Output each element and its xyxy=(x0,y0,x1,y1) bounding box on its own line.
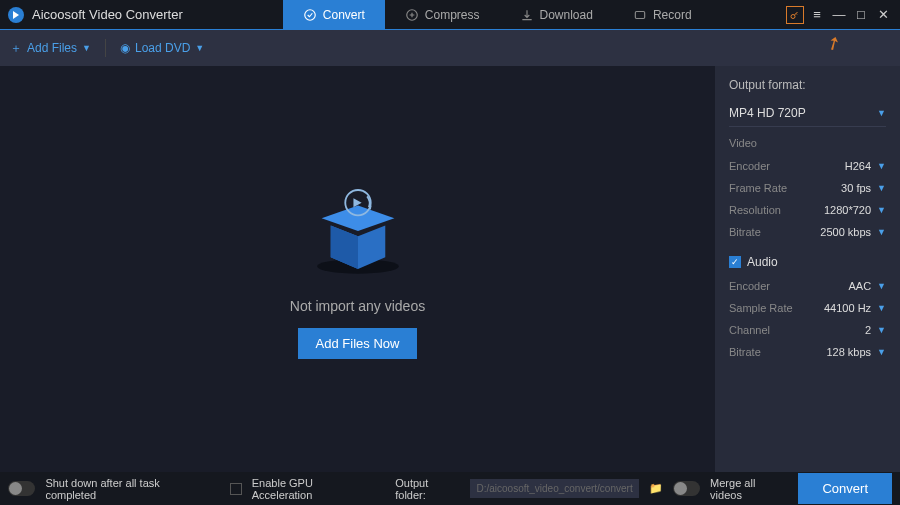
plus-icon: ＋ xyxy=(10,40,22,57)
gpu-checkbox[interactable] xyxy=(230,483,242,495)
chevron-down-icon: ▼ xyxy=(877,183,886,193)
footer: Shut down after all task completed Enabl… xyxy=(0,472,900,505)
video-section-title: Video xyxy=(729,137,886,149)
load-dvd-label: Load DVD xyxy=(135,41,190,55)
download-icon xyxy=(520,8,534,22)
video-encoder-select[interactable]: H264▼ xyxy=(845,160,886,172)
tab-compress[interactable]: Compress xyxy=(385,0,500,30)
audio-bitrate-label: Bitrate xyxy=(729,346,761,358)
main-tabs: Convert Compress Download Record xyxy=(283,0,712,30)
audio-encoder-label: Encoder xyxy=(729,280,770,292)
output-sidebar: Output format: MP4 HD 720P ▼ Video Encod… xyxy=(715,66,900,472)
audio-section-header: ✓ Audio xyxy=(729,255,886,269)
folder-browse-icon[interactable]: 📁 xyxy=(649,482,663,495)
add-files-label: Add Files xyxy=(27,41,77,55)
chevron-down-icon: ▼ xyxy=(877,108,886,118)
empty-state: Not import any videos Add Files Now xyxy=(0,66,715,472)
app-title: Aicoosoft Video Converter xyxy=(32,7,183,22)
record-icon xyxy=(633,8,647,22)
video-encoder-row: Encoder H264▼ xyxy=(729,155,886,177)
window-controls: ≡ — □ ✕ xyxy=(786,6,900,24)
audio-channel-label: Channel xyxy=(729,324,770,336)
output-folder-input[interactable]: D:/aicoosoft_video_convert/convert xyxy=(470,479,638,498)
chevron-down-icon: ▼ xyxy=(877,227,886,237)
audio-samplerate-row: Sample Rate 44100 Hz▼ xyxy=(729,297,886,319)
tab-record-label: Record xyxy=(653,8,692,22)
merge-label: Merge all videos xyxy=(710,477,788,501)
divider xyxy=(105,39,106,57)
video-bitrate-select[interactable]: 2500 kbps▼ xyxy=(820,226,886,238)
audio-samplerate-label: Sample Rate xyxy=(729,302,793,314)
chevron-down-icon: ▼ xyxy=(877,205,886,215)
empty-box-icon xyxy=(303,180,413,280)
video-framerate-select[interactable]: 30 fps▼ xyxy=(841,182,886,194)
audio-checkbox[interactable]: ✓ xyxy=(729,256,741,268)
menu-button[interactable]: ≡ xyxy=(808,6,826,24)
svg-point-3 xyxy=(791,14,795,18)
close-button[interactable]: ✕ xyxy=(874,6,892,24)
chevron-down-icon: ▼ xyxy=(877,303,886,313)
video-encoder-label: Encoder xyxy=(729,160,770,172)
video-framerate-row: Frame Rate 30 fps▼ xyxy=(729,177,886,199)
settings-button[interactable] xyxy=(786,6,804,24)
chevron-down-icon: ▼ xyxy=(195,43,204,53)
main-area: Not import any videos Add Files Now Outp… xyxy=(0,66,900,472)
audio-encoder-row: Encoder AAC▼ xyxy=(729,275,886,297)
empty-message: Not import any videos xyxy=(290,298,425,314)
merge-toggle[interactable] xyxy=(673,481,700,496)
chevron-down-icon: ▼ xyxy=(877,325,886,335)
gpu-label: Enable GPU Acceleration xyxy=(252,477,373,501)
output-folder-label: Output folder: xyxy=(395,477,460,501)
tab-download[interactable]: Download xyxy=(500,0,613,30)
tab-convert-label: Convert xyxy=(323,8,365,22)
chevron-down-icon: ▼ xyxy=(877,347,886,357)
audio-encoder-select[interactable]: AAC▼ xyxy=(848,280,886,292)
format-selector[interactable]: MP4 HD 720P ▼ xyxy=(729,100,886,127)
audio-channel-select[interactable]: 2▼ xyxy=(865,324,886,336)
disc-icon: ◉ xyxy=(120,41,130,55)
compress-icon xyxy=(405,8,419,22)
svg-point-0 xyxy=(305,9,316,20)
video-framerate-label: Frame Rate xyxy=(729,182,787,194)
convert-button[interactable]: Convert xyxy=(798,473,892,504)
tab-record[interactable]: Record xyxy=(613,0,712,30)
format-value: MP4 HD 720P xyxy=(729,106,806,120)
chevron-down-icon: ▼ xyxy=(877,281,886,291)
tab-download-label: Download xyxy=(540,8,593,22)
shutdown-label: Shut down after all task completed xyxy=(45,477,210,501)
video-resolution-select[interactable]: 1280*720▼ xyxy=(824,204,886,216)
svg-rect-2 xyxy=(635,11,644,18)
shutdown-toggle[interactable] xyxy=(8,481,35,496)
load-dvd-button[interactable]: ◉ Load DVD ▼ xyxy=(120,41,204,55)
key-icon xyxy=(789,9,801,21)
output-format-label: Output format: xyxy=(729,78,886,92)
minimize-button[interactable]: — xyxy=(830,6,848,24)
titlebar: Aicoosoft Video Converter Convert Compre… xyxy=(0,0,900,30)
video-bitrate-row: Bitrate 2500 kbps▼ xyxy=(729,221,886,243)
tab-compress-label: Compress xyxy=(425,8,480,22)
video-bitrate-label: Bitrate xyxy=(729,226,761,238)
audio-section-title: Audio xyxy=(747,255,778,269)
video-resolution-label: Resolution xyxy=(729,204,781,216)
convert-icon xyxy=(303,8,317,22)
video-resolution-row: Resolution 1280*720▼ xyxy=(729,199,886,221)
add-files-now-button[interactable]: Add Files Now xyxy=(298,328,418,359)
audio-bitrate-row: Bitrate 128 kbps▼ xyxy=(729,341,886,363)
chevron-down-icon: ▼ xyxy=(82,43,91,53)
app-logo-icon xyxy=(8,7,24,23)
audio-bitrate-select[interactable]: 128 kbps▼ xyxy=(826,346,886,358)
toolbar: ＋ Add Files ▼ ◉ Load DVD ▼ xyxy=(0,30,900,66)
tab-convert[interactable]: Convert xyxy=(283,0,385,30)
maximize-button[interactable]: □ xyxy=(852,6,870,24)
audio-samplerate-select[interactable]: 44100 Hz▼ xyxy=(824,302,886,314)
audio-channel-row: Channel 2▼ xyxy=(729,319,886,341)
chevron-down-icon: ▼ xyxy=(877,161,886,171)
add-files-button[interactable]: ＋ Add Files ▼ xyxy=(10,40,91,57)
